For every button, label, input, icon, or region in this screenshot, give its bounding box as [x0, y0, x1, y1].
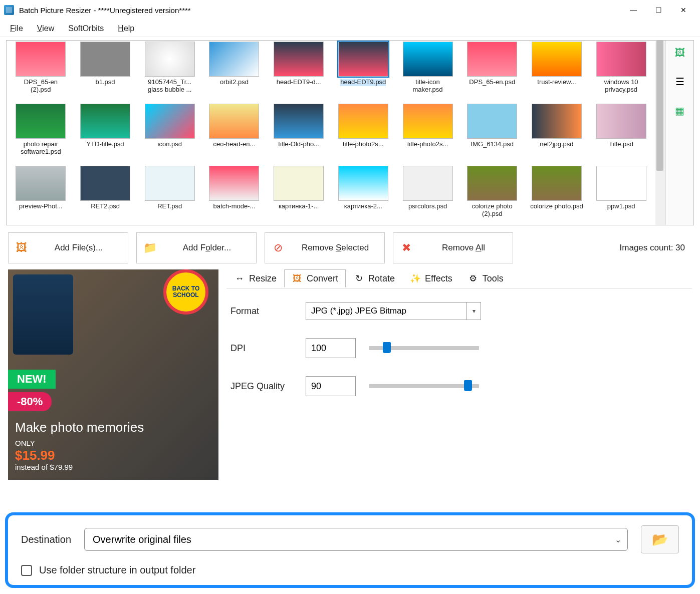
- menu-softorbits[interactable]: SoftOrbits: [62, 22, 110, 35]
- app-icon: [4, 5, 14, 15]
- chevron-down-icon: ▾: [466, 303, 481, 320]
- menu-view[interactable]: View: [31, 22, 60, 35]
- thumbnail-item[interactable]: title-Old-pho...: [268, 103, 330, 163]
- thumbnail-item[interactable]: title-photo2s...: [396, 103, 459, 163]
- quality-label: JPEG Quality: [230, 381, 306, 392]
- thumbnail-item[interactable]: Title.psd: [590, 103, 652, 163]
- thumbnail-item[interactable]: batch-mode-...: [203, 165, 266, 225]
- thumbnail-item[interactable]: windows 10 privacy.psd: [590, 41, 652, 101]
- thumbnail-item[interactable]: RET2.psd: [74, 165, 137, 225]
- destination-dropdown[interactable]: Overwrite original files ⌄: [84, 528, 628, 551]
- thumbnail-image: [209, 104, 259, 139]
- thumbnail-image: [532, 166, 582, 201]
- tab-effects[interactable]: ✨Effects: [402, 269, 460, 287]
- thumbnail-label: icon.psd: [158, 141, 182, 148]
- thumbnail-image: [145, 42, 195, 77]
- thumbnail-item[interactable]: ceo-head-en...: [203, 103, 266, 163]
- thumbnail-item[interactable]: title-photo2s...: [332, 103, 394, 163]
- thumbnail-label: head-EDT9-d...: [277, 79, 321, 86]
- new-badge: NEW!: [8, 370, 56, 389]
- slider-thumb[interactable]: [383, 342, 391, 353]
- thumbnail-label: colorize photo.psd: [530, 203, 583, 210]
- thumbnail-item[interactable]: DPS_65-en (2).psd: [10, 41, 72, 101]
- quality-input[interactable]: [306, 376, 356, 396]
- use-folder-structure-checkbox[interactable]: [21, 565, 32, 576]
- thumbnail-item[interactable]: ppw1.psd: [590, 165, 652, 225]
- thumbnail-item[interactable]: YTD-title.psd: [74, 103, 137, 163]
- scrollbar-thumb[interactable]: [656, 41, 663, 171]
- view-thumbnails-icon[interactable]: 🖼: [673, 46, 687, 60]
- view-list-icon[interactable]: ☰: [673, 75, 687, 89]
- dpi-input[interactable]: [306, 338, 356, 358]
- thumbnail-item[interactable]: psrcolors.psd: [396, 165, 459, 225]
- thumbnail-label: batch-mode-...: [213, 203, 256, 210]
- browse-folder-button[interactable]: 📂: [641, 525, 679, 553]
- thumbnail-label: YTD-title.psd: [86, 141, 124, 148]
- close-button[interactable]: ✕: [671, 1, 696, 19]
- remove-all-button[interactable]: ✖ Remove All: [393, 232, 513, 263]
- maximize-button[interactable]: ☐: [646, 1, 671, 19]
- thumbnail-label: b1.psd: [96, 79, 115, 86]
- thumbnail-image: [209, 42, 259, 77]
- thumbnail-item[interactable]: b1.psd: [74, 41, 137, 101]
- thumbnail-item[interactable]: trust-review...: [526, 41, 588, 101]
- promo-headline: Make photo memories: [15, 420, 144, 435]
- quality-slider[interactable]: [369, 384, 479, 388]
- thumbnail-item[interactable]: nef2jpg.psd: [526, 103, 588, 163]
- thumbnail-item[interactable]: photo repair software1.psd: [10, 103, 72, 163]
- thumbnail-item[interactable]: head-EDT9.psd: [332, 41, 394, 101]
- thumbnail-label: 91057445_Tr... glass bubble ...: [142, 79, 197, 94]
- thumbnail-item[interactable]: DPS_65-en.psd: [461, 41, 524, 101]
- thumbnail-item[interactable]: картинка-1-...: [268, 165, 330, 225]
- picture-icon: 🖼: [15, 241, 29, 255]
- add-files-button[interactable]: 🖼 Add File(s)...: [8, 232, 128, 263]
- tools-icon: ⚙: [468, 273, 479, 284]
- thumbnail-image: [338, 42, 388, 77]
- format-label: Format: [230, 306, 306, 317]
- thumbnail-label: RET2.psd: [91, 203, 120, 210]
- thumbnail-item[interactable]: orbit2.psd: [203, 41, 266, 101]
- tab-resize[interactable]: ↔Resize: [226, 269, 284, 287]
- images-count: Images count: 30: [620, 243, 692, 253]
- thumbnail-item[interactable]: RET.psd: [138, 165, 201, 225]
- thumbnail-scrollbar[interactable]: [655, 41, 665, 225]
- dpi-slider[interactable]: [369, 346, 479, 350]
- thumbnail-item[interactable]: IMG_6134.psd: [461, 103, 524, 163]
- add-folder-button[interactable]: 📁 Add Folder...: [136, 232, 257, 263]
- thumbnail-label: RET.psd: [157, 203, 182, 210]
- thumbnail-item[interactable]: icon.psd: [138, 103, 201, 163]
- thumbnail-image: [274, 104, 324, 139]
- menu-help[interactable]: Help: [112, 22, 140, 35]
- add-files-label: Add File(s)...: [36, 243, 122, 253]
- format-dropdown[interactable]: JPG (*.jpg) JPEG Bitmap ▾: [306, 302, 481, 320]
- thumbnail-image: [145, 104, 195, 139]
- thumbnail-image: [467, 42, 517, 77]
- thumbnail-item[interactable]: картинка-2...: [332, 165, 394, 225]
- thumbnail-label: IMG_6134.psd: [471, 141, 514, 148]
- thumbnail-item[interactable]: preview-Phot...: [10, 165, 72, 225]
- remove-selected-button[interactable]: ⊘ Remove Selected: [265, 232, 385, 263]
- action-row: 🖼 Add File(s)... 📁 Add Folder... ⊘ Remov…: [0, 225, 700, 267]
- thumbnail-image: [532, 42, 582, 77]
- thumbnail-item[interactable]: colorize photo.psd: [526, 165, 588, 225]
- minimize-button[interactable]: —: [621, 1, 646, 19]
- menu-file[interactable]: File: [4, 22, 29, 35]
- promo-banner[interactable]: BACK TO SCHOOL NEW! -80% Make photo memo…: [8, 269, 218, 480]
- thumbnail-label: DPS_65-en.psd: [469, 79, 515, 86]
- thumbnail-item[interactable]: colorize photo (2).psd: [461, 165, 524, 225]
- settings-panel: ↔Resize 🖼Convert ↻Rotate ✨Effects ⚙Tools…: [226, 269, 692, 480]
- destination-label: Destination: [21, 534, 71, 545]
- thumbnail-label: trust-review...: [537, 79, 576, 86]
- thumbnail-image: [209, 166, 259, 201]
- tab-convert[interactable]: 🖼Convert: [284, 269, 346, 287]
- thumbnail-item[interactable]: head-EDT9-d...: [268, 41, 330, 101]
- view-details-icon[interactable]: ▦: [673, 104, 687, 118]
- thumbnail-item[interactable]: 91057445_Tr... glass bubble ...: [138, 41, 201, 101]
- tab-tools[interactable]: ⚙Tools: [460, 269, 511, 287]
- thumbnail-label: colorize photo (2).psd: [464, 203, 520, 218]
- slider-thumb[interactable]: [464, 380, 472, 391]
- thumbnail-item[interactable]: title-icon maker.psd: [396, 41, 459, 101]
- thumbnail-image: [16, 104, 66, 139]
- tab-rotate[interactable]: ↻Rotate: [346, 269, 402, 287]
- thumbnail-grid[interactable]: DPS_65-en (2).psdb1.psd91057445_Tr... gl…: [7, 41, 655, 225]
